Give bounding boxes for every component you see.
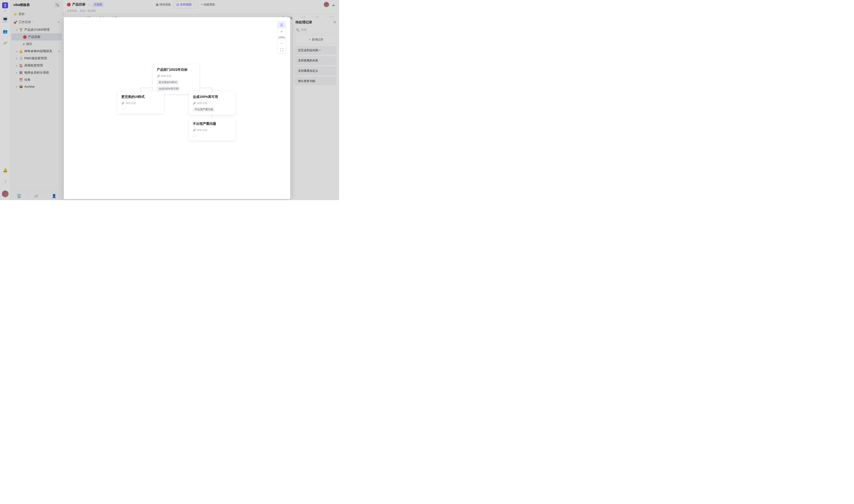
outline-button[interactable]: ☰ bbox=[278, 22, 286, 28]
org-node[interactable]: 不出现严重问题 🔗神奇关联 — bbox=[189, 119, 235, 141]
chevron-right-icon: ▶ bbox=[16, 65, 18, 67]
node-emoji: ⏰ bbox=[19, 78, 23, 82]
collaborator-avatar[interactable] bbox=[324, 2, 329, 7]
pending-record[interactable]: 交互达到业内第一 bbox=[296, 46, 336, 55]
kebab-icon[interactable]: ⋮ bbox=[193, 3, 195, 6]
org-node-empty: — bbox=[121, 107, 160, 111]
zoom-in-button[interactable]: ＋ bbox=[278, 28, 286, 35]
trash-button[interactable]: 🗑️ bbox=[11, 192, 28, 200]
org-node-tag[interactable]: 不出现严重问题 bbox=[193, 107, 215, 112]
pending-title: 待处理记录 bbox=[296, 20, 333, 24]
chevron-right-icon: ▶ bbox=[16, 29, 18, 31]
search-icon[interactable]: 🔍 bbox=[55, 2, 60, 7]
sidebar-item[interactable]: #演示 bbox=[11, 40, 63, 48]
sync-icon[interactable]: ☁ bbox=[332, 2, 335, 7]
doc-emoji[interactable]: 🔴 bbox=[67, 3, 71, 6]
nav-desktop-icon[interactable]: 🖥️ bbox=[2, 17, 8, 23]
close-icon[interactable]: ✕ bbox=[333, 20, 336, 24]
node-emoji: 🏋️ bbox=[19, 28, 23, 32]
zoom-level: 100% bbox=[278, 35, 285, 40]
grid-icon: ▦ bbox=[156, 3, 158, 6]
node-emoji: 🔴 bbox=[23, 35, 27, 39]
sidebar-tree: ▶🏋️产品设计OKR管理🔴产品目标#演示▶💪神奇表单内容预填充➤▶⏱️PMO项目… bbox=[11, 26, 63, 192]
org-node-empty: — bbox=[193, 134, 231, 138]
view-tab-grid[interactable]: ▦维格视图 bbox=[154, 1, 173, 8]
sidebar-item[interactable]: ▶🏋️产品设计OKR管理 bbox=[11, 26, 63, 33]
org-chart-panel: 产品部门2022年目标 🔗神奇关联 更完美的UI样式 达成100%高可用 更完美… bbox=[64, 17, 290, 199]
collapse-sidebar-icon[interactable]: ≡ bbox=[61, 12, 66, 16]
zoom-controls: ☰ ＋ 100% − ⛶ bbox=[277, 21, 286, 53]
doc-subtitle[interactable]: 点击此处，添加一段说明 bbox=[63, 9, 339, 14]
sidebar-item[interactable]: ▶📦Archive bbox=[11, 83, 63, 90]
avatar[interactable] bbox=[2, 191, 8, 197]
view-tab-create[interactable]: +创建视图 bbox=[198, 1, 217, 8]
nav-planet-icon[interactable]: 🪐 bbox=[2, 40, 8, 46]
invite-button[interactable]: 👤 bbox=[46, 192, 63, 200]
chevron-right-icon: ▶ bbox=[16, 72, 18, 74]
org-node[interactable]: 达成100%高可用 🔗神奇关联 不出现严重问题 bbox=[189, 91, 235, 115]
sidebar-item[interactable]: ⏰任务 bbox=[11, 76, 63, 83]
view-tab-arch[interactable]: 品架构视图⋮ bbox=[174, 1, 198, 8]
add-node-icon[interactable]: + bbox=[58, 20, 60, 24]
pending-search-placeholder: 搜索 bbox=[301, 28, 307, 32]
pending-record[interactable]: 支持高度自定义 bbox=[296, 67, 336, 75]
star-icon: ⭐ bbox=[13, 12, 17, 16]
nav-contacts-icon[interactable]: 👥 bbox=[2, 28, 8, 34]
org-node-link: 神奇关联 bbox=[197, 102, 208, 105]
node-emoji: # bbox=[23, 42, 24, 46]
star-icon[interactable]: ☆ bbox=[87, 2, 91, 7]
link-icon: 🔗 bbox=[157, 75, 160, 78]
sidebar-item-label: 产品目标 bbox=[28, 35, 40, 39]
sidebar-item-label: PMO项目群管理 bbox=[24, 56, 47, 60]
chevron-right-icon: ▶ bbox=[16, 57, 18, 59]
link-icon: 🔗 bbox=[193, 129, 196, 132]
pending-search[interactable]: 🔍 搜索 bbox=[296, 27, 336, 33]
zoom-out-button[interactable]: − bbox=[278, 40, 286, 47]
node-emoji: 💪 bbox=[19, 50, 23, 53]
sidebar-item[interactable]: 🔴产品目标 bbox=[12, 33, 62, 40]
share-icon: ➤ bbox=[58, 50, 60, 53]
sidebar-item[interactable]: ▶🏠房屋租赁管理 bbox=[11, 62, 63, 69]
logo[interactable] bbox=[2, 2, 8, 8]
chevron-down-icon: ˅ bbox=[32, 21, 33, 23]
sidebar-item-label: 演示 bbox=[26, 42, 32, 46]
org-node-link: 神奇关联 bbox=[197, 128, 208, 132]
add-record-button[interactable]: ＋ 新增记录 bbox=[296, 35, 336, 44]
org-node-root[interactable]: 产品部门2022年目标 🔗神奇关联 更完美的UI样式 达成100%高可用 bbox=[153, 64, 199, 94]
node-emoji: 🏠 bbox=[19, 64, 23, 67]
pending-record[interactable]: 推出更多功能 bbox=[296, 77, 336, 85]
fit-screen-button[interactable]: ⛶ bbox=[278, 47, 286, 53]
link-icon: 🔗 bbox=[193, 102, 196, 105]
sidebar: vika维格表 🔍 ⭐ 星标 ˄ 🚀 工作目录 ˅ + ▶🏋️产品设计OKR管理… bbox=[11, 0, 63, 200]
org-node-tag[interactable]: 达成100%高可用 bbox=[157, 86, 180, 91]
chevron-up-icon: ˄ bbox=[26, 13, 27, 16]
sidebar-item[interactable]: ▶⏱️PMO项目群管理 bbox=[11, 55, 63, 62]
sidebar-item[interactable]: ▶💪神奇表单内容预填充➤ bbox=[11, 48, 63, 55]
org-icon: 品 bbox=[176, 3, 179, 7]
sidebar-section-label: 工作目录 bbox=[19, 20, 31, 24]
nav-bell-icon[interactable]: 🔔 bbox=[2, 167, 8, 173]
workspace-dropdown-icon[interactable]: ▾ bbox=[4, 9, 6, 12]
sidebar-item-label: 电商会员积分系统 bbox=[24, 71, 49, 75]
org-node-tag[interactable]: 更完美的UI样式 bbox=[157, 80, 179, 85]
org-node-link: 神奇关联 bbox=[161, 74, 172, 78]
sidebar-section-label: 星标 bbox=[19, 12, 25, 16]
sidebar-item-label: Archive bbox=[24, 85, 35, 88]
view-tabs: ▦维格视图 品架构视图⋮ +创建视图 bbox=[154, 1, 217, 8]
sidebar-item-label: 产品设计OKR管理 bbox=[24, 28, 50, 32]
org-node-title: 不出现严重问题 bbox=[193, 122, 231, 126]
org-node-title: 产品部门2022年目标 bbox=[157, 68, 195, 72]
sidebar-item-label: 神奇表单内容预填充 bbox=[24, 49, 52, 53]
pending-record[interactable]: 支持更高的并发 bbox=[296, 56, 336, 65]
org-node-title: 更完美的UI样式 bbox=[121, 95, 160, 99]
nav-help-icon[interactable]: ❔ bbox=[2, 179, 8, 185]
template-button[interactable]: 🪐 bbox=[28, 192, 45, 200]
doc-title[interactable]: 产品目标 bbox=[72, 2, 86, 7]
sidebar-section-workdir[interactable]: 🚀 工作目录 ˅ + bbox=[11, 18, 63, 26]
node-emoji: ⏱️ bbox=[19, 57, 23, 60]
permission-badge[interactable]: 可管理 bbox=[93, 2, 103, 7]
org-node[interactable]: 更完美的UI样式 🔗神奇关联 — bbox=[118, 91, 164, 114]
sidebar-item[interactable]: ▶👫电商会员积分系统 bbox=[11, 69, 63, 76]
sidebar-footer: 🗑️ 🪐 👤 bbox=[11, 192, 63, 200]
sidebar-section-starred[interactable]: ⭐ 星标 ˄ bbox=[11, 10, 63, 18]
